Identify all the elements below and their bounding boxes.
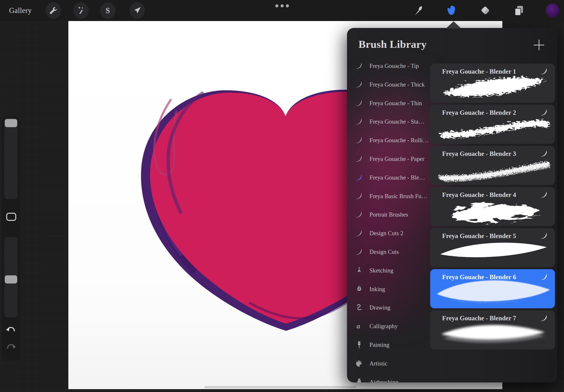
brush-card-freya-gouache-blender-4[interactable]: Freya Gouache - Blender 4 bbox=[430, 187, 555, 226]
horizontal-scroll-indicator[interactable] bbox=[204, 386, 357, 388]
category-freya-gouache-ble[interactable]: Freya Gouache - Ble… bbox=[355, 168, 429, 187]
swoosh-icon bbox=[355, 99, 363, 107]
swoosh-icon bbox=[540, 273, 549, 281]
swoosh-icon bbox=[355, 155, 363, 163]
swoosh-icon bbox=[355, 174, 363, 182]
brush-card-freya-gouache-blender-1[interactable]: Freya Gouache - Blender 1 bbox=[430, 64, 555, 103]
swoosh-icon bbox=[540, 150, 548, 158]
actions-button[interactable] bbox=[46, 2, 61, 19]
layers-button[interactable] bbox=[510, 2, 527, 19]
smudge-tool-button[interactable] bbox=[443, 2, 460, 19]
brush-card-freya-gouache-blender-6[interactable]: Freya Gouache - Blender 6 bbox=[430, 269, 555, 308]
adjustments-button[interactable] bbox=[73, 2, 89, 19]
category-label: Design Cuts 2 bbox=[370, 230, 403, 237]
category-label: Freya Gouache - Rolli… bbox=[370, 137, 429, 144]
category-label: Freya Gouache - Thin bbox=[370, 100, 422, 107]
category-freya-gouache-paper[interactable]: Freya Gouache - Paper bbox=[355, 150, 429, 168]
pen-nib-icon bbox=[355, 285, 363, 293]
brush-tool-button[interactable] bbox=[410, 2, 426, 19]
canvas-overflow-menu[interactable] bbox=[275, 4, 289, 7]
paintbrush-icon bbox=[355, 341, 363, 349]
add-brush-button[interactable] bbox=[534, 40, 544, 50]
swoosh-icon bbox=[540, 314, 549, 323]
category-label: Inking bbox=[370, 286, 385, 293]
swoosh-icon bbox=[355, 136, 363, 144]
swoosh-icon bbox=[355, 229, 363, 237]
brush-size-slider-handle[interactable] bbox=[5, 119, 17, 127]
category-sketching[interactable]: Sketching bbox=[355, 261, 429, 280]
category-portrait-brushes[interactable]: Portrait Brushes bbox=[355, 205, 429, 224]
layers-icon bbox=[513, 5, 524, 16]
brush-card-title: Freya Gouache - Blender 6 bbox=[442, 273, 516, 281]
undo-icon bbox=[6, 325, 16, 335]
category-label: Painting bbox=[370, 342, 389, 348]
gallery-button[interactable]: Gallery bbox=[9, 0, 31, 21]
brush-opacity-slider-handle[interactable] bbox=[5, 275, 17, 283]
airbrush-icon bbox=[355, 378, 363, 382]
brush-card-title: Freya Gouache - Blender 7 bbox=[442, 315, 516, 322]
swoosh-icon bbox=[540, 109, 549, 117]
category-freya-gouache-tip[interactable]: Freya Gouache - Tip bbox=[355, 57, 429, 75]
category-label: Freya Basic Brush Fu… bbox=[370, 193, 427, 200]
category-freya-gouache-thin[interactable]: Freya Gouache - Thin bbox=[355, 94, 429, 112]
category-label: Calligraphy bbox=[370, 323, 398, 330]
redo-icon bbox=[6, 342, 16, 352]
category-label: Sketching bbox=[370, 267, 393, 274]
category-inking[interactable]: Inking bbox=[355, 280, 429, 298]
category-freya-basic-brush-fu[interactable]: Freya Basic Brush Fu… bbox=[355, 187, 429, 206]
category-label: Design Cuts bbox=[370, 249, 399, 255]
category-drawing[interactable]: Drawing bbox=[355, 298, 429, 317]
brush-card-freya-gouache-blender-2[interactable]: Freya Gouache - Blender 2 bbox=[430, 105, 555, 144]
swoosh-icon bbox=[540, 67, 548, 76]
swoosh-icon bbox=[540, 67, 549, 76]
swoosh-icon bbox=[355, 192, 363, 200]
category-painting[interactable]: Painting bbox=[355, 336, 429, 354]
redo-button[interactable] bbox=[6, 342, 16, 352]
palette-icon bbox=[355, 360, 363, 368]
modify-button[interactable] bbox=[6, 213, 16, 221]
brush-card-title: Freya Gouache - Blender 3 bbox=[442, 150, 516, 157]
category-freya-gouache-sta[interactable]: Freya Gouache - Sta… bbox=[355, 112, 429, 131]
category-label: Freya Gouache - Ble… bbox=[370, 174, 425, 181]
squiggle-icon bbox=[355, 304, 363, 312]
adjustments-wand-icon bbox=[77, 6, 85, 15]
top-toolbar: Gallery S bbox=[0, 0, 564, 21]
svg-text:a: a bbox=[357, 322, 360, 330]
actions-wrench-icon bbox=[49, 6, 58, 15]
brush-card-freya-gouache-blender-5[interactable]: Freya Gouache - Blender 5 bbox=[430, 228, 555, 267]
panel-pointer-arrow bbox=[446, 21, 461, 28]
category-label: Freya Gouache - Sta… bbox=[370, 118, 425, 125]
category-airbrushing[interactable]: Airbrushing bbox=[355, 373, 429, 382]
category-calligraphy[interactable]: aCalligraphy bbox=[355, 317, 429, 336]
brush-card-title: Freya Gouache - Blender 1 bbox=[442, 68, 516, 75]
selection-button[interactable]: S bbox=[100, 2, 115, 19]
category-label: Drawing bbox=[370, 304, 390, 311]
brush-card-title: Freya Gouache - Blender 2 bbox=[442, 109, 516, 116]
category-artistic[interactable]: Artistic bbox=[355, 354, 429, 373]
swoosh-icon bbox=[540, 109, 548, 117]
swoosh-icon bbox=[355, 248, 363, 256]
brush-card-title: Freya Gouache - Blender 5 bbox=[442, 232, 516, 240]
category-freya-gouache-rolli[interactable]: Freya Gouache - Rolli… bbox=[355, 131, 429, 150]
category-freya-gouache-thick[interactable]: Freya Gouache - Thick bbox=[355, 75, 429, 94]
swoosh-icon bbox=[355, 81, 363, 89]
swoosh-icon bbox=[355, 62, 363, 70]
category-label: Freya Gouache - Thick bbox=[370, 81, 425, 88]
undo-button[interactable] bbox=[6, 325, 16, 335]
panel-title: Brush Library bbox=[358, 38, 426, 50]
smudge-tool-icon bbox=[445, 5, 457, 16]
brush-card-title: Freya Gouache - Blender 4 bbox=[442, 191, 516, 199]
brush-card-freya-gouache-blender-3[interactable]: Freya Gouache - Blender 3 bbox=[430, 146, 555, 185]
swoosh-icon bbox=[540, 232, 548, 240]
category-design-cuts[interactable]: Design Cuts bbox=[355, 243, 429, 261]
brush-tool-icon bbox=[413, 5, 423, 16]
calligraphy-a-icon: a bbox=[355, 322, 363, 330]
swoosh-icon bbox=[540, 314, 548, 322]
category-label: Freya Gouache - Paper bbox=[370, 156, 425, 162]
color-swatch[interactable] bbox=[546, 4, 560, 17]
eraser-tool-button[interactable] bbox=[477, 2, 494, 19]
brush-card-freya-gouache-blender-7[interactable]: Freya Gouache - Blender 7 bbox=[430, 310, 555, 350]
category-design-cuts-2[interactable]: Design Cuts 2 bbox=[355, 224, 429, 243]
transform-button[interactable] bbox=[130, 2, 145, 19]
brush-size-slider[interactable] bbox=[4, 118, 18, 199]
